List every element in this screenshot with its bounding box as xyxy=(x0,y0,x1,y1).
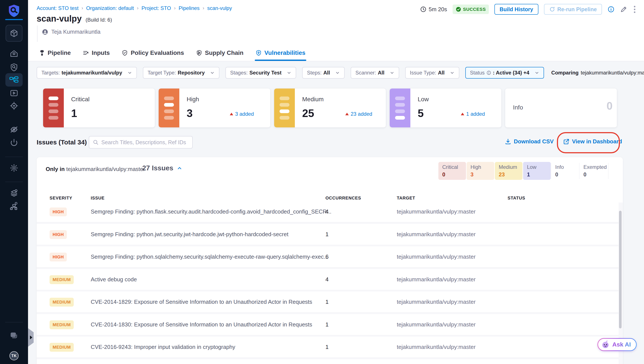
card-count: 0 xyxy=(606,100,612,112)
tab-vulnerabilities[interactable]: Vulnerabilities xyxy=(256,45,306,61)
filter-steps[interactable]: Steps:All xyxy=(302,67,345,79)
severity-summary-cards: Critical 1 High 3 3 added Medium 25 23 a… xyxy=(43,89,617,127)
card-count: 5 xyxy=(418,107,424,120)
filter-issue-type[interactable]: Issue Type:All xyxy=(405,67,459,79)
occurrences-value: 4 xyxy=(326,276,328,283)
tab-pipeline[interactable]: Pipeline xyxy=(39,45,71,61)
nav-targets[interactable] xyxy=(0,101,28,111)
pipeline-tab-icon xyxy=(39,50,45,56)
filter-targets[interactable]: Targets:tejakummarikuntla/vulpy xyxy=(37,67,137,79)
severity-badge: MEDIUM xyxy=(50,298,74,307)
breadcrumb-separator: › xyxy=(174,6,176,11)
nav-delegates[interactable] xyxy=(0,201,28,211)
download-csv-button[interactable]: Download CSV xyxy=(505,138,554,145)
severity-badge: MEDIUM xyxy=(50,275,74,284)
edit-pencil-icon[interactable] xyxy=(620,6,628,13)
card-low[interactable]: Low 5 1 added xyxy=(390,89,501,127)
table-row[interactable]: HIGH Semgrep Finding: python.flask.secur… xyxy=(37,201,618,222)
user-avatar[interactable]: TK xyxy=(0,351,28,361)
issues-panel: Only in tejakummarikuntla/vulpy:master 2… xyxy=(37,157,623,364)
chevron-down-icon xyxy=(287,70,292,75)
severity-badge: HIGH xyxy=(50,208,67,216)
card-high[interactable]: High 3 3 added xyxy=(159,89,270,127)
gear-icon xyxy=(10,164,18,172)
search-icon xyxy=(93,139,99,145)
vertical-scrollbar[interactable] xyxy=(619,211,622,328)
nav-pipelines-active[interactable] xyxy=(0,73,28,87)
table-row[interactable]: MEDIUM Active debug code 4 tejakummariku… xyxy=(37,269,618,290)
chip-low: Low1 xyxy=(523,162,551,180)
triangle-up-icon xyxy=(345,113,349,115)
occurrences-value: 6 xyxy=(326,253,328,260)
chevron-up-icon xyxy=(177,165,182,171)
nav-test-targets[interactable] xyxy=(0,62,28,73)
info-icon[interactable] xyxy=(608,6,614,13)
user-icon xyxy=(42,29,48,35)
table-row[interactable]: MEDIUM CVE-2014-1829: Exposure of Sensit… xyxy=(37,291,618,313)
nav-home[interactable] xyxy=(0,48,28,59)
logo-underline xyxy=(5,19,23,20)
table-row[interactable]: MEDIUM CVE-2016-9243: Improper input val… xyxy=(37,336,618,358)
nav-executions[interactable] xyxy=(0,88,28,98)
occurrences-value: 4 xyxy=(326,208,328,215)
severity-gauge-icon xyxy=(274,89,295,127)
filter-scanner[interactable]: Scanner:All xyxy=(351,67,399,79)
breadcrumb-account[interactable]: Account: STO test xyxy=(37,5,78,11)
card-critical[interactable]: Critical 1 xyxy=(43,89,155,127)
breadcrumb-pipelines[interactable]: Pipelines xyxy=(179,5,200,11)
play-box-icon xyxy=(10,89,18,98)
breadcrumb-current[interactable]: scan-vulpy xyxy=(207,5,232,11)
nav-default-settings[interactable] xyxy=(0,188,28,198)
target-value: tejakummarikuntla/vulpy:master xyxy=(397,208,476,215)
issue-title: Semgrep Finding: python.jwt.security.jwt… xyxy=(91,231,288,238)
pipeline-flow-icon xyxy=(9,76,19,84)
module-selector[interactable] xyxy=(0,25,28,42)
added-delta: 3 added xyxy=(230,111,254,117)
build-history-button[interactable]: Build History xyxy=(494,4,538,15)
tab-policy-evaluations[interactable]: Policy Evaluations xyxy=(122,45,184,61)
breadcrumb-separator: › xyxy=(202,6,204,11)
ai-robot-icon xyxy=(601,340,610,349)
more-options-menu-icon[interactable] xyxy=(633,5,636,14)
help-chat-button[interactable]: ? xyxy=(0,331,28,341)
nav-settings[interactable] xyxy=(0,163,28,173)
tab-inputs[interactable]: Inputs xyxy=(83,45,110,61)
card-info[interactable]: Info 0 xyxy=(505,89,617,127)
tab-supply-chain[interactable]: Supply Chain xyxy=(196,45,244,61)
card-medium[interactable]: Medium 25 23 added xyxy=(274,89,386,127)
table-row[interactable]: HIGH Semgrep Finding: python.sqlalchemy.… xyxy=(37,246,618,268)
issues-search[interactable] xyxy=(89,136,193,148)
search-input[interactable] xyxy=(101,139,189,145)
filter-status[interactable]: Status : Active (34) +4 xyxy=(465,67,544,79)
breadcrumb-org[interactable]: Organization: default xyxy=(86,5,134,11)
crosshair-icon xyxy=(10,101,18,110)
table-row[interactable]: MEDIUM CVE-2014-1830: Exposure of Sensit… xyxy=(37,314,618,335)
chip-medium: Medium23 xyxy=(495,162,522,180)
svg-text:?: ? xyxy=(12,333,14,336)
sidebar-collapse-handle[interactable] xyxy=(28,328,34,347)
added-delta: 23 added xyxy=(345,111,372,117)
nav-get-started[interactable] xyxy=(0,137,28,148)
check-circle-icon xyxy=(456,7,461,12)
ask-ai-button[interactable]: Ask AI xyxy=(598,338,637,351)
sto-logo-icon[interactable] xyxy=(0,4,28,18)
table-row[interactable]: MEDIUM xyxy=(37,359,618,364)
breadcrumb-project[interactable]: Project: STO xyxy=(142,5,171,11)
table-row[interactable]: HIGH Semgrep Finding: python.jwt.securit… xyxy=(37,224,618,245)
network-gear-icon xyxy=(10,202,18,211)
chevron-down-icon xyxy=(128,70,132,75)
issue-title: Semgrep Finding: python.sqlalchemy.secur… xyxy=(91,253,328,260)
chevron-down-icon xyxy=(210,70,215,75)
group-issue-count[interactable]: 27 Issues xyxy=(142,164,182,172)
view-in-dashboard-button[interactable]: View in Dashboard xyxy=(563,138,622,145)
filter-stages[interactable]: Stages:Security Test xyxy=(226,67,296,79)
severity-gauge-icon xyxy=(159,89,179,127)
severity-gauge-icon xyxy=(390,89,410,127)
triangle-up-icon xyxy=(230,113,233,115)
nav-exemptions[interactable] xyxy=(0,124,28,135)
rerun-pipeline-button[interactable]: Re-run Pipeline xyxy=(544,4,602,15)
severity-badge: MEDIUM xyxy=(50,320,74,329)
severity-badge: HIGH xyxy=(50,253,67,261)
filter-target-type[interactable]: Target Type:Repository xyxy=(143,67,220,79)
target-value: tejakummarikuntla/vulpy:master xyxy=(397,276,476,283)
